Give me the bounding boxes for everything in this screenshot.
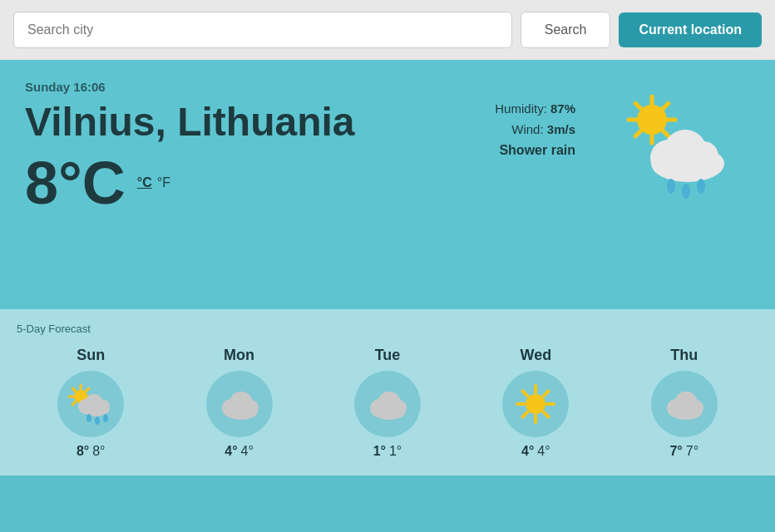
svg-line-5 xyxy=(635,131,641,136)
day-name-wed: Wed xyxy=(521,347,552,364)
svg-point-35 xyxy=(244,400,259,415)
svg-line-21 xyxy=(72,401,76,405)
search-bar: Search Current location xyxy=(0,0,775,60)
svg-line-17 xyxy=(86,388,90,392)
humidity-label: Humidity: xyxy=(495,101,547,116)
svg-point-8 xyxy=(637,105,667,135)
svg-point-30 xyxy=(95,416,100,425)
day-icon-circle-mon xyxy=(206,371,273,437)
svg-point-13 xyxy=(667,179,675,194)
temperature-display: 8°C xyxy=(25,153,126,213)
forecast-days: Sun xyxy=(17,347,758,459)
svg-point-12 xyxy=(689,141,718,171)
svg-point-31 xyxy=(103,414,108,422)
main-weather-section: Sunday 16:06 Vilnius, Lithuania 8°C °C °… xyxy=(0,60,775,309)
weather-details: Humidity: 87% Wind: 3m/s Shower rain xyxy=(495,101,575,158)
weather-icon-main xyxy=(609,85,742,218)
svg-line-3 xyxy=(663,131,669,136)
svg-point-39 xyxy=(392,400,407,415)
day-temps-tue: 1°1° xyxy=(373,444,402,459)
svg-point-14 xyxy=(682,184,690,199)
svg-line-41 xyxy=(544,391,549,396)
forecast-day-thu: Thu 7°7° xyxy=(651,347,718,459)
day-temps-thu: 7°7° xyxy=(669,444,698,459)
search-input[interactable] xyxy=(13,12,512,48)
svg-line-7 xyxy=(635,103,641,109)
day-name-thu: Thu xyxy=(670,347,698,364)
forecast-day-mon: Mon 4°4° xyxy=(206,347,273,459)
svg-point-52 xyxy=(689,400,703,415)
wind-value: 3m/s xyxy=(547,122,575,136)
svg-line-47 xyxy=(523,391,528,396)
day-name-mon: Mon xyxy=(224,347,254,364)
day-icon-circle-tue xyxy=(354,371,421,437)
wind-label: Wind: xyxy=(511,122,543,136)
wind-row: Wind: 3m/s xyxy=(495,122,575,136)
forecast-section: 5-Day Forecast Sun xyxy=(0,309,775,475)
svg-point-48 xyxy=(526,394,545,414)
svg-line-23 xyxy=(72,388,76,392)
svg-line-45 xyxy=(523,412,528,417)
search-button[interactable]: Search xyxy=(521,12,611,48)
day-name-tue: Tue xyxy=(375,347,401,364)
svg-point-15 xyxy=(697,179,705,194)
day-icon-circle-wed xyxy=(502,371,569,437)
svg-point-28 xyxy=(98,400,110,411)
day-icon-circle-thu xyxy=(651,371,718,437)
day-temps-wed: 4°4° xyxy=(521,444,550,459)
day-temps-mon: 4°4° xyxy=(225,444,254,459)
svg-point-29 xyxy=(86,414,91,422)
day-temps-sun: 8°8° xyxy=(77,444,106,459)
day-icon-circle-sun xyxy=(57,371,124,437)
celsius-button[interactable]: °C xyxy=(137,175,152,190)
fahrenheit-button[interactable]: °F xyxy=(157,175,170,190)
unit-toggle: °C °F xyxy=(137,175,170,190)
humidity-value: 87% xyxy=(550,101,575,116)
forecast-day-tue: Tue 1°1° xyxy=(354,347,421,459)
forecast-day-sun: Sun xyxy=(57,347,124,459)
forecast-day-wed: Wed 4°4° xyxy=(502,347,569,459)
day-name-sun: Sun xyxy=(77,347,105,364)
humidity-row: Humidity: 87% xyxy=(495,101,575,116)
current-location-button[interactable]: Current location xyxy=(619,12,762,47)
condition-label: Shower rain xyxy=(495,143,575,158)
svg-line-1 xyxy=(663,103,669,109)
forecast-label: 5-Day Forecast xyxy=(17,323,758,335)
svg-line-43 xyxy=(544,412,549,417)
